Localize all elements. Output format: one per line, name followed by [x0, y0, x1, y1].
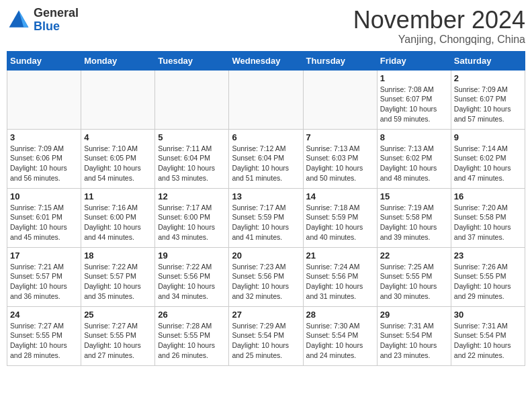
calendar-cell: 13Sunrise: 7:17 AMSunset: 5:59 PMDayligh… [229, 188, 303, 247]
calendar-cell: 22Sunrise: 7:25 AMSunset: 5:55 PMDayligh… [377, 247, 451, 306]
day-info: Sunrise: 7:14 AMSunset: 6:02 PMDaylight:… [454, 144, 522, 183]
day-info: Sunrise: 7:11 AMSunset: 6:04 PMDaylight:… [158, 144, 226, 183]
title-area: November 2024 Yanjing, Chongqing, China [353, 7, 525, 46]
day-number: 29 [380, 310, 448, 320]
week-row-2: 3Sunrise: 7:09 AMSunset: 6:06 PMDaylight… [7, 129, 525, 188]
day-info: Sunrise: 7:15 AMSunset: 6:01 PMDaylight:… [10, 203, 78, 242]
calendar-cell: 17Sunrise: 7:21 AMSunset: 5:57 PMDayligh… [7, 247, 81, 306]
day-number: 27 [232, 310, 300, 320]
day-number: 13 [232, 191, 300, 201]
day-info: Sunrise: 7:09 AMSunset: 6:06 PMDaylight:… [10, 144, 78, 183]
day-info: Sunrise: 7:23 AMSunset: 5:56 PMDaylight:… [232, 262, 300, 302]
day-number: 10 [10, 191, 78, 201]
day-number: 8 [380, 132, 448, 142]
calendar-cell: 2Sunrise: 7:09 AMSunset: 6:07 PMDaylight… [451, 70, 525, 129]
calendar-cell: 4Sunrise: 7:10 AMSunset: 6:05 PMDaylight… [81, 129, 155, 188]
calendar-table: SundayMondayTuesdayWednesdayThursdayFrid… [7, 51, 525, 366]
calendar-cell: 24Sunrise: 7:27 AMSunset: 5:55 PMDayligh… [7, 306, 81, 365]
weekday-header-row: SundayMondayTuesdayWednesdayThursdayFrid… [7, 51, 525, 70]
day-number: 7 [306, 132, 374, 142]
calendar-cell: 27Sunrise: 7:29 AMSunset: 5:54 PMDayligh… [229, 306, 303, 365]
calendar-cell: 26Sunrise: 7:28 AMSunset: 5:55 PMDayligh… [155, 306, 229, 365]
day-number: 9 [454, 132, 522, 142]
week-row-3: 10Sunrise: 7:15 AMSunset: 6:01 PMDayligh… [7, 188, 525, 247]
day-number: 30 [454, 310, 522, 320]
day-info: Sunrise: 7:08 AMSunset: 6:07 PMDaylight:… [380, 85, 448, 124]
day-info: Sunrise: 7:17 AMSunset: 5:59 PMDaylight:… [232, 203, 300, 242]
calendar-cell: 3Sunrise: 7:09 AMSunset: 6:06 PMDaylight… [7, 129, 81, 188]
calendar-cell: 21Sunrise: 7:24 AMSunset: 5:56 PMDayligh… [303, 247, 377, 306]
day-info: Sunrise: 7:10 AMSunset: 6:05 PMDaylight:… [84, 144, 152, 183]
day-info: Sunrise: 7:26 AMSunset: 5:55 PMDaylight:… [454, 262, 522, 302]
day-info: Sunrise: 7:24 AMSunset: 5:56 PMDaylight:… [306, 262, 374, 302]
calendar-cell: 9Sunrise: 7:14 AMSunset: 6:02 PMDaylight… [451, 129, 525, 188]
calendar-cell [81, 70, 155, 129]
day-info: Sunrise: 7:19 AMSunset: 5:58 PMDaylight:… [380, 203, 448, 242]
weekday-header-tuesday: Tuesday [155, 51, 229, 70]
location-title: Yanjing, Chongqing, China [353, 34, 525, 46]
day-number: 1 [380, 73, 448, 83]
day-number: 17 [10, 250, 78, 261]
day-info: Sunrise: 7:17 AMSunset: 6:00 PMDaylight:… [158, 203, 226, 242]
day-info: Sunrise: 7:29 AMSunset: 5:54 PMDaylight:… [232, 321, 300, 361]
day-info: Sunrise: 7:22 AMSunset: 5:57 PMDaylight:… [84, 262, 152, 302]
day-info: Sunrise: 7:16 AMSunset: 6:00 PMDaylight:… [84, 203, 152, 242]
day-number: 25 [84, 310, 152, 320]
day-number: 5 [158, 132, 226, 142]
weekday-header-wednesday: Wednesday [229, 51, 303, 70]
day-number: 16 [454, 191, 522, 201]
week-row-1: 1Sunrise: 7:08 AMSunset: 6:07 PMDaylight… [7, 70, 525, 129]
week-row-5: 24Sunrise: 7:27 AMSunset: 5:55 PMDayligh… [7, 306, 525, 365]
day-number: 12 [158, 191, 226, 201]
calendar-cell: 29Sunrise: 7:31 AMSunset: 5:54 PMDayligh… [377, 306, 451, 365]
weekday-header-saturday: Saturday [451, 51, 525, 70]
calendar-cell [229, 70, 303, 129]
day-number: 4 [84, 132, 152, 142]
calendar-cell: 6Sunrise: 7:12 AMSunset: 6:04 PMDaylight… [229, 129, 303, 188]
calendar-cell [303, 70, 377, 129]
day-number: 23 [454, 250, 522, 261]
weekday-header-monday: Monday [81, 51, 155, 70]
day-info: Sunrise: 7:28 AMSunset: 5:55 PMDaylight:… [158, 321, 226, 361]
calendar-cell: 30Sunrise: 7:31 AMSunset: 5:54 PMDayligh… [451, 306, 525, 365]
calendar-header: General Blue November 2024 Yanjing, Chon… [7, 7, 525, 46]
day-number: 28 [306, 310, 374, 320]
day-number: 3 [10, 132, 78, 142]
calendar-cell: 23Sunrise: 7:26 AMSunset: 5:55 PMDayligh… [451, 247, 525, 306]
calendar-cell: 14Sunrise: 7:18 AMSunset: 5:59 PMDayligh… [303, 188, 377, 247]
calendar-cell [155, 70, 229, 129]
logo-general: General [34, 7, 79, 20]
calendar-cell: 11Sunrise: 7:16 AMSunset: 6:00 PMDayligh… [81, 188, 155, 247]
weekday-header-friday: Friday [377, 51, 451, 70]
logo-blue: Blue [34, 20, 79, 34]
day-info: Sunrise: 7:13 AMSunset: 6:02 PMDaylight:… [380, 144, 448, 183]
day-number: 24 [10, 310, 78, 320]
day-info: Sunrise: 7:31 AMSunset: 5:54 PMDaylight:… [454, 321, 522, 361]
day-info: Sunrise: 7:21 AMSunset: 5:57 PMDaylight:… [10, 262, 78, 302]
day-number: 11 [84, 191, 152, 201]
logo-icon [7, 8, 31, 32]
day-info: Sunrise: 7:18 AMSunset: 5:59 PMDaylight:… [306, 203, 374, 242]
logo: General Blue [7, 7, 79, 34]
calendar-cell: 20Sunrise: 7:23 AMSunset: 5:56 PMDayligh… [229, 247, 303, 306]
calendar-cell: 5Sunrise: 7:11 AMSunset: 6:04 PMDaylight… [155, 129, 229, 188]
calendar-cell: 18Sunrise: 7:22 AMSunset: 5:57 PMDayligh… [81, 247, 155, 306]
day-info: Sunrise: 7:25 AMSunset: 5:55 PMDaylight:… [380, 262, 448, 302]
calendar-cell: 8Sunrise: 7:13 AMSunset: 6:02 PMDaylight… [377, 129, 451, 188]
week-row-4: 17Sunrise: 7:21 AMSunset: 5:57 PMDayligh… [7, 247, 525, 306]
day-number: 14 [306, 191, 374, 201]
day-number: 19 [158, 250, 226, 261]
calendar-cell: 15Sunrise: 7:19 AMSunset: 5:58 PMDayligh… [377, 188, 451, 247]
day-info: Sunrise: 7:30 AMSunset: 5:54 PMDaylight:… [306, 321, 374, 361]
day-info: Sunrise: 7:22 AMSunset: 5:56 PMDaylight:… [158, 262, 226, 302]
day-info: Sunrise: 7:20 AMSunset: 5:58 PMDaylight:… [454, 203, 522, 242]
day-number: 22 [380, 250, 448, 261]
day-info: Sunrise: 7:09 AMSunset: 6:07 PMDaylight:… [454, 85, 522, 124]
calendar-cell: 10Sunrise: 7:15 AMSunset: 6:01 PMDayligh… [7, 188, 81, 247]
day-info: Sunrise: 7:13 AMSunset: 6:03 PMDaylight:… [306, 144, 374, 183]
day-number: 15 [380, 191, 448, 201]
day-number: 21 [306, 250, 374, 261]
day-info: Sunrise: 7:27 AMSunset: 5:55 PMDaylight:… [84, 321, 152, 361]
calendar-cell [7, 70, 81, 129]
calendar-cell: 12Sunrise: 7:17 AMSunset: 6:00 PMDayligh… [155, 188, 229, 247]
